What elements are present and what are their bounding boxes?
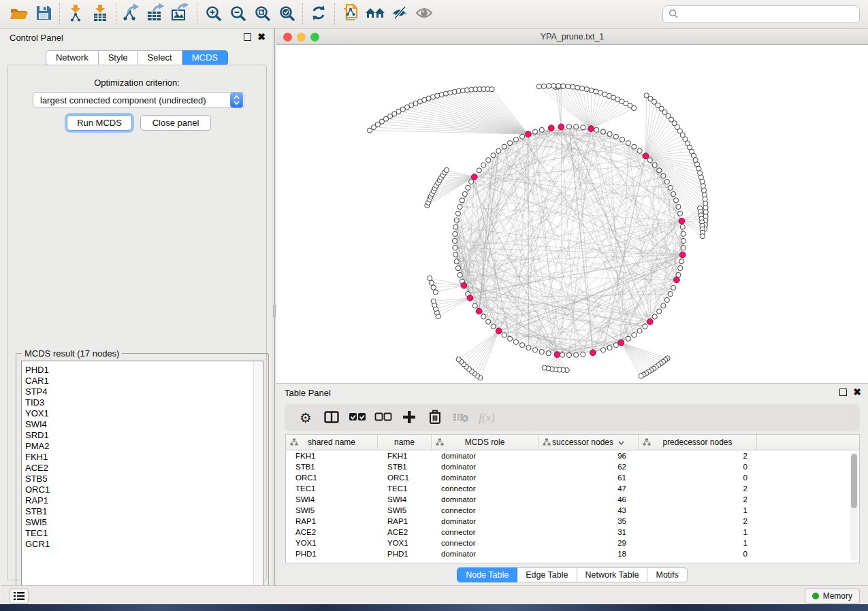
table-cell: 62 — [539, 463, 639, 471]
save-session-button[interactable] — [31, 3, 56, 25]
table-row[interactable]: TEC1TEC1connector472 — [286, 483, 859, 494]
network-from-selection-button[interactable] — [338, 3, 363, 25]
column-header-name[interactable]: name — [378, 435, 432, 450]
criterion-dropdown[interactable]: largest connected component (undirected) — [33, 92, 244, 108]
zoom-fit-button[interactable] — [250, 3, 274, 25]
table-panel-tabs: Node TableEdge TableNetwork TableMotifs — [276, 567, 868, 582]
first-neighbors-button[interactable] — [363, 3, 387, 25]
mcds-result-item[interactable]: STB1 — [22, 506, 263, 517]
column-header-MCDS-role[interactable]: MCDS role — [432, 435, 539, 450]
column-header-successor-nodes[interactable]: successor nodes — [539, 435, 639, 450]
mcds-result-item[interactable]: TEC1 — [22, 528, 263, 539]
table-row[interactable]: SWI4SWI4dominator462 — [286, 494, 859, 505]
tab-style[interactable]: Style — [99, 50, 138, 65]
delete-columns-button[interactable] — [422, 406, 448, 429]
zoom-selected-button[interactable] — [274, 3, 299, 25]
mcds-result-item[interactable]: PMA2 — [22, 441, 263, 452]
import-network-button[interactable] — [63, 3, 88, 25]
tab-mcds[interactable]: MCDS — [182, 50, 228, 65]
close-table-panel-icon[interactable]: ✖ — [853, 388, 861, 397]
tab-node-table[interactable]: Node Table — [457, 567, 517, 582]
table-cell: PHD1 — [286, 550, 378, 558]
mcds-result-title: MCDS result (17 nodes) — [22, 348, 122, 359]
tab-motifs[interactable]: Motifs — [647, 567, 687, 582]
table-row[interactable]: YOX1YOX1connector291 — [286, 538, 859, 548]
table-cell: YOX1 — [378, 539, 432, 547]
zoom-in-icon — [205, 5, 221, 23]
export-table-button[interactable] — [144, 3, 169, 25]
mcds-result-item[interactable]: ORC1 — [22, 484, 263, 495]
search-box[interactable] — [662, 5, 860, 23]
zoom-fit-icon — [254, 5, 270, 23]
settings-button[interactable]: ⚙ — [293, 406, 319, 429]
table-cell: 1 — [639, 539, 757, 547]
mcds-result-item[interactable]: STB5 — [22, 474, 263, 484]
mcds-tab-panel: Optimization criterion: largest connecte… — [7, 65, 267, 580]
close-panel-button[interactable]: Close panel — [140, 115, 211, 131]
export-network-button[interactable] — [120, 3, 144, 25]
tab-network[interactable]: Network — [46, 50, 99, 65]
export-image-button[interactable] — [169, 3, 193, 25]
run-mcds-button[interactable]: Run MCDS — [67, 115, 132, 131]
network-window-titlebar[interactable]: YPA_prune.txt_1 — [276, 29, 868, 45]
table-cell: ACE2 — [286, 528, 378, 536]
table-row[interactable]: ACE2ACE2connector311 — [286, 527, 859, 538]
table-cell: 46 — [539, 495, 639, 503]
node-table: shared namenameMCDS rolesuccessor nodesp… — [285, 434, 860, 563]
show-all-button[interactable] — [412, 3, 436, 25]
mcds-result-item[interactable]: YOX1 — [22, 408, 263, 419]
import-table-button[interactable] — [88, 3, 112, 25]
hide-selected-button[interactable] — [387, 3, 412, 25]
table-cell: 0 — [639, 474, 757, 482]
mcds-result-item[interactable]: FKH1 — [22, 452, 263, 463]
mcds-result-item[interactable]: ACE2 — [22, 463, 263, 474]
result-list-scrollbar[interactable] — [253, 361, 263, 600]
list-icon — [14, 592, 25, 600]
mcds-result-item[interactable]: STP4 — [22, 386, 263, 397]
search-input[interactable] — [679, 9, 854, 19]
mcds-result-item[interactable]: SWI4 — [22, 419, 263, 430]
float-table-panel-icon[interactable] — [839, 389, 847, 396]
create-column-button[interactable] — [396, 406, 422, 429]
show-columns-button[interactable] — [319, 406, 344, 429]
table-cell: SWI5 — [378, 506, 432, 514]
zoom-in-button[interactable] — [201, 3, 225, 25]
zoom-out-button[interactable] — [225, 3, 250, 25]
mcds-result-item[interactable]: SRD1 — [22, 430, 263, 441]
table-row[interactable]: SWI5SWI5connector431 — [286, 505, 859, 516]
column-header-predecessor-nodes[interactable]: predecessor nodes — [639, 435, 757, 450]
status-list-button[interactable] — [10, 589, 29, 604]
tab-select[interactable]: Select — [138, 50, 182, 65]
table-row[interactable]: STB1STB1dominator620 — [286, 461, 859, 472]
tab-network-table[interactable]: Network Table — [577, 567, 648, 582]
mcds-result-item[interactable]: PHD1 — [22, 365, 263, 376]
float-panel-icon[interactable] — [244, 33, 251, 41]
mcds-result-item[interactable]: RAP1 — [22, 495, 263, 506]
table-scrollbar[interactable] — [850, 452, 858, 561]
table-row[interactable]: ORC1ORC1dominator610 — [286, 472, 859, 483]
table-scrollbar-thumb[interactable] — [851, 454, 857, 508]
splitter-handle[interactable] — [273, 305, 276, 317]
table-row[interactable]: RAP1RAP1dominator352 — [286, 516, 859, 527]
mcds-result-list[interactable]: PHD1CAR1STP4TID3YOX1SWI4SRD1PMA2FKH1ACE2… — [21, 361, 263, 601]
table-row[interactable]: PHD1PHD1dominator180 — [286, 548, 859, 559]
mcds-result-item[interactable]: GCR1 — [22, 539, 263, 550]
close-panel-icon[interactable]: ✖ — [257, 33, 266, 42]
memory-button[interactable]: Memory — [805, 589, 860, 604]
network-canvas[interactable] — [276, 45, 868, 383]
deselect-all-button[interactable] — [370, 406, 396, 429]
mcds-result-item[interactable]: CAR1 — [22, 376, 263, 386]
column-header-shared-name[interactable]: shared name — [286, 435, 378, 450]
select-all-button[interactable] — [344, 406, 370, 429]
mcds-result-item[interactable]: SWI5 — [22, 517, 263, 528]
table-body: FKH1FKH1dominator962STB1STB1dominator620… — [286, 450, 859, 559]
table-cell: 1 — [639, 528, 757, 536]
memory-label: Memory — [823, 591, 852, 601]
import-network-icon — [67, 3, 84, 24]
table-row[interactable]: FKH1FKH1dominator962 — [286, 450, 859, 461]
refresh-button[interactable] — [306, 3, 331, 25]
open-file-button[interactable] — [7, 3, 31, 25]
mcds-result-item[interactable]: TID3 — [22, 397, 263, 408]
tab-edge-table[interactable]: Edge Table — [517, 567, 577, 582]
table-cell: 1 — [639, 506, 757, 514]
